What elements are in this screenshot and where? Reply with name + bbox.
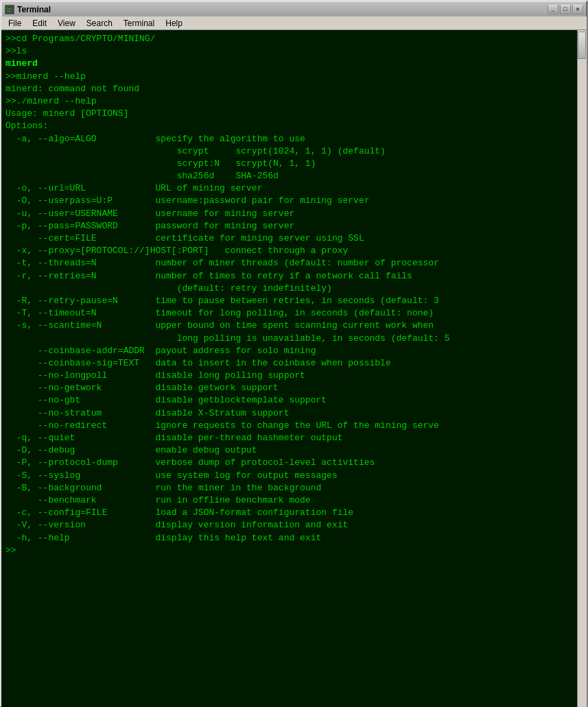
terminal-line: -P, --protocol-dump verbose dump of prot… — [5, 457, 375, 468]
terminal-line: --no-longpoll disable long polling suppo… — [5, 370, 305, 381]
terminal-line: -c, --config=FILE load a JSON-format con… — [5, 507, 353, 518]
terminal-content[interactable]: >>cd Programs/CRYPTO/MINING/ >>ls minerd… — [1, 30, 587, 707]
terminal-line: scrypt:N scrypt(N, 1, 1) — [5, 158, 316, 169]
terminal-line: -h, --help display this help text and ex… — [5, 533, 321, 543]
terminal-line: -S, --syslog use system log for output m… — [5, 470, 338, 481]
terminal-line: -R, --retry-pause=N time to pause betwee… — [5, 296, 439, 306]
terminal-bold: minerd — [5, 58, 38, 69]
terminal-line: -x, --proxy=[PROTOCOL://]HOST[:PORT] con… — [5, 245, 348, 256]
scrollbar-thumb[interactable] — [578, 32, 586, 59]
maximize-button[interactable]: □ — [560, 5, 571, 14]
terminal-prompt: >>ls — [5, 46, 27, 56]
terminal-line: -O, --userpass=U:P username:password pai… — [5, 195, 370, 206]
terminal-line: -p, --pass=PASSWORD password for mining … — [5, 221, 294, 231]
terminal-line: Options: — [5, 121, 48, 131]
window-icon — [5, 5, 14, 14]
terminal-line: -V, --version display version informatio… — [5, 520, 348, 530]
terminal-line: -D, --debug enable debug output — [5, 445, 257, 455]
minimize-button[interactable]: _ — [548, 5, 558, 14]
menu-view[interactable]: View — [52, 17, 81, 29]
window-controls: _ □ ✕ — [548, 5, 583, 14]
terminal-prompt: >>cd Programs/CRYPTO/MINING/ — [5, 34, 155, 44]
terminal-line: -r, --retries=N number of times to retry… — [5, 271, 412, 281]
terminal-line: -o, --url=URL URL of mining server — [5, 183, 262, 193]
terminal-line: --no-gbt disable getblocktemplate suppor… — [5, 395, 327, 405]
svg-rect-1 — [8, 8, 12, 9]
terminal-line: --coinbase-addr=ADDR payout address for … — [5, 346, 316, 356]
terminal-line: --coinbase-sig=TEXT data to insert in th… — [5, 358, 391, 368]
menubar: File Edit View Search Terminal Help — [1, 16, 587, 30]
terminal-line: -u, --user=USERNAME username for mining … — [5, 208, 294, 219]
terminal-line: minerd: command not found — [5, 84, 139, 94]
menu-help[interactable]: Help — [160, 17, 188, 29]
menu-terminal[interactable]: Terminal — [118, 17, 160, 29]
menu-edit[interactable]: Edit — [27, 17, 52, 29]
svg-rect-3 — [8, 11, 10, 12]
terminal-prompt: >>./minerd --help — [5, 96, 97, 106]
menu-search[interactable]: Search — [81, 17, 118, 29]
titlebar-left: Terminal — [5, 5, 51, 14]
svg-rect-2 — [8, 10, 12, 10]
terminal-line: Usage: minerd [OPTIONS] — [5, 108, 128, 119]
terminal-prompt: >>minerd --help — [5, 71, 86, 82]
terminal-line: scrypt scrypt(1024, 1, 1) (default) — [5, 146, 386, 156]
terminal-line: --no-redirect ignore requests to change … — [5, 420, 439, 431]
terminal-line: -t, --threads=N number of miner threads … — [5, 258, 439, 268]
terminal-line: long polling is unavailable, in seconds … — [5, 333, 450, 344]
terminal-line: --no-getwork disable getwork support — [5, 383, 279, 393]
close-button[interactable]: ✕ — [572, 5, 583, 14]
terminal-line: --no-stratum disable X-Stratum support — [5, 408, 289, 418]
terminal-line: sha256d SHA-256d — [5, 171, 279, 181]
terminal-line: -T, --timeout=N timeout for long polling… — [5, 308, 434, 318]
terminal-line: --benchmark run in offline benchmark mod… — [5, 495, 311, 505]
terminal-line: -B, --background run the miner in the ba… — [5, 483, 321, 493]
titlebar: Terminal _ □ ✕ — [1, 1, 587, 16]
terminal-line: -a, --algo=ALGO specify the algorithm to… — [5, 134, 305, 144]
window-title: Terminal — [17, 5, 51, 14]
terminal-line: (default: retry indefinitely) — [5, 283, 332, 293]
terminal-line: --cert=FILE certificate for mining serve… — [5, 233, 364, 243]
terminal-line: -s, --scantime=N upper bound on time spe… — [5, 320, 434, 331]
terminal-prompt: >> — [5, 545, 16, 555]
menu-file[interactable]: File — [3, 17, 27, 29]
terminal-line: -q, --quiet disable per-thread hashmeter… — [5, 433, 342, 443]
terminal-window: Terminal _ □ ✕ File Edit View Search Ter… — [0, 0, 588, 707]
scrollbar-track — [577, 30, 587, 707]
